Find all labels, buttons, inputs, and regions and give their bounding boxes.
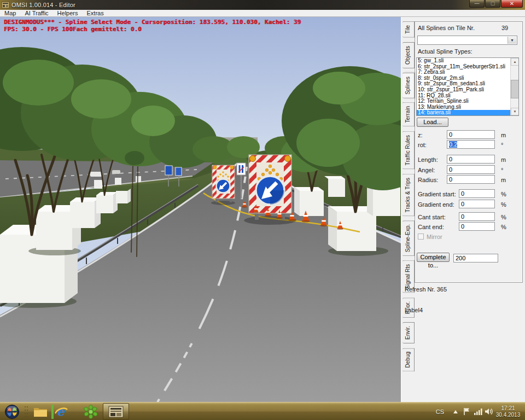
angel-input[interactable]: 0 [447, 165, 495, 174]
windows-logo-icon [4, 404, 20, 419]
editor-side-panel: Tile Objects Splines Terrain Traffic Rul… [401, 17, 525, 402]
menu-ai-traffic[interactable]: AI Traffic [20, 10, 52, 16]
field-unit: m [501, 177, 506, 183]
omsi-editor-icon [108, 405, 124, 418]
taskbar-grip [24, 403, 29, 420]
window-title: OMSI 1.00.014 - Editor [11, 2, 75, 8]
svg-text:e: e [57, 405, 66, 418]
green-indicator [51, 405, 54, 419]
field-unit: % [501, 191, 506, 197]
field-label: z: [418, 132, 423, 138]
refresh-status: Refresh Nr. 365 [405, 286, 447, 293]
field-label: Cant end: [418, 224, 444, 230]
field-unit: m [501, 132, 506, 138]
mirror-label: Mirror [427, 234, 442, 240]
omsi-taskbar-button[interactable] [103, 403, 129, 420]
cant-start-input[interactable]: 0 [459, 212, 495, 221]
field-unit: % [501, 224, 506, 230]
field-label: rot: [418, 142, 427, 148]
maximize-button[interactable]: ▢ [485, 0, 500, 8]
show-hidden-icons-chevron[interactable] [453, 402, 458, 420]
field-label: Cant start: [418, 214, 446, 220]
tab-debug[interactable]: Debug [402, 348, 415, 371]
field-unit: ° [501, 142, 503, 148]
cant-end-input[interactable]: 0 [459, 222, 495, 231]
editor-3d-viewport[interactable]: DESIGNMODUS*** - Spline Select Mode - Cu… [0, 17, 401, 402]
tile-number-value: 39 [501, 25, 508, 31]
app-icon [2, 2, 9, 8]
field-label: Gradient start: [418, 191, 456, 197]
gradient-start-input[interactable]: 0 [459, 189, 495, 198]
chevron-up-icon [453, 410, 458, 414]
complete-to-button[interactable]: Complete to... [417, 253, 450, 262]
z-input[interactable]: 0 [447, 130, 495, 139]
omsi-editor-window: OMSI 1.00.014 - Editor — ▢ ✕ Map AI Traf… [0, 0, 525, 420]
chevron-down-icon[interactable]: ▼ [508, 37, 516, 44]
load-button[interactable]: Load... [417, 118, 448, 127]
icq-flower-icon [84, 405, 98, 419]
listbox-scrollbar[interactable]: ▲ ▼ [510, 58, 518, 115]
close-button[interactable]: ✕ [501, 0, 523, 8]
tab-splines[interactable]: Splines [402, 73, 415, 98]
tab-terrain[interactable]: Terrain [402, 102, 415, 127]
debug-overlay-text: DESIGNMODUS*** - Spline Select Mode - Cu… [4, 19, 301, 33]
network-bars-icon [474, 408, 482, 415]
scrollbar-thumb[interactable] [511, 80, 519, 98]
clock[interactable]: 17:21 30.4.2013 [492, 402, 524, 420]
length-input[interactable]: 0 [447, 155, 495, 164]
clock-date: 30.4.2013 [496, 412, 521, 418]
explorer-taskbar-button[interactable] [31, 403, 50, 420]
spline-types-label: Actual Spline Types: [418, 48, 472, 55]
menu-bar: Map AI Traffic Helpers Extras [0, 10, 525, 17]
start-button[interactable] [2, 403, 22, 420]
all-splines-label: All Splines on Tile Nr. [418, 25, 475, 31]
tab-objects[interactable]: Objects [402, 42, 415, 68]
menu-map[interactable]: Map [0, 10, 20, 16]
radius-input[interactable]: 0 [447, 175, 495, 184]
field-unit: % [501, 201, 506, 208]
tab-tile[interactable]: Tile [402, 21, 415, 38]
folder-icon [33, 406, 48, 418]
gradient-end-input[interactable]: 0 [459, 200, 495, 208]
list-item[interactable]: 10: str_2spur_11m_Park.sli [417, 87, 518, 93]
complete-to-input[interactable]: 200 [453, 254, 498, 262]
spline-combobox[interactable]: ▼ [417, 36, 517, 45]
grip-dots-icon [24, 405, 28, 418]
rot-input[interactable]: 0.2 [447, 140, 495, 149]
spline-type-listbox[interactable]: 5: gw_1.sli 6: str_2spur_11m_SeeburgerSt… [416, 57, 519, 116]
internet-explorer-taskbar-button[interactable]: e [51, 403, 71, 420]
clock-time: 17:21 [501, 405, 515, 412]
field-unit: m [501, 156, 506, 163]
scroll-up-icon[interactable]: ▲ [511, 58, 519, 66]
title-bar[interactable]: OMSI 1.00.014 - Editor — ▢ ✕ [0, 0, 525, 10]
internet-explorer-icon: e [54, 405, 68, 419]
tab-strip: Tile Objects Splines Terrain Traffic Rul… [402, 21, 415, 372]
list-item-selected[interactable]: 14: bariera.sli [417, 110, 518, 116]
taskbar: e CS [0, 402, 525, 420]
tab-tracks-trips[interactable]: Tracks & Trips [402, 174, 415, 217]
label4: Label4 [405, 307, 423, 313]
field-label: Radius: [418, 177, 438, 183]
tab-spline-exp[interactable]: Spline-Exp. [402, 220, 415, 256]
minimize-button[interactable]: — [469, 0, 485, 8]
network-status[interactable] [474, 402, 482, 420]
field-label: Gradient end: [418, 201, 454, 208]
field-unit: ° [501, 167, 503, 173]
tab-envir[interactable]: Envir. [402, 322, 415, 343]
scene [0, 17, 401, 402]
field-unit: % [501, 214, 506, 220]
field-label: Angel: [418, 167, 435, 173]
list-item[interactable]: 5: gw_1.sli [417, 58, 518, 64]
mirror-checkbox[interactable] [418, 234, 424, 240]
scroll-down-icon[interactable]: ▼ [511, 108, 519, 115]
icq-taskbar-button[interactable] [81, 403, 101, 420]
language-indicator[interactable]: CS [436, 402, 444, 420]
menu-helpers[interactable]: Helpers [53, 10, 83, 16]
tab-traffic-rules[interactable]: Traffic Rules [402, 131, 415, 170]
action-center-flag[interactable] [463, 402, 470, 420]
menu-extras[interactable]: Extras [83, 10, 108, 16]
flag-icon [463, 407, 470, 416]
field-label: Length: [418, 156, 438, 163]
